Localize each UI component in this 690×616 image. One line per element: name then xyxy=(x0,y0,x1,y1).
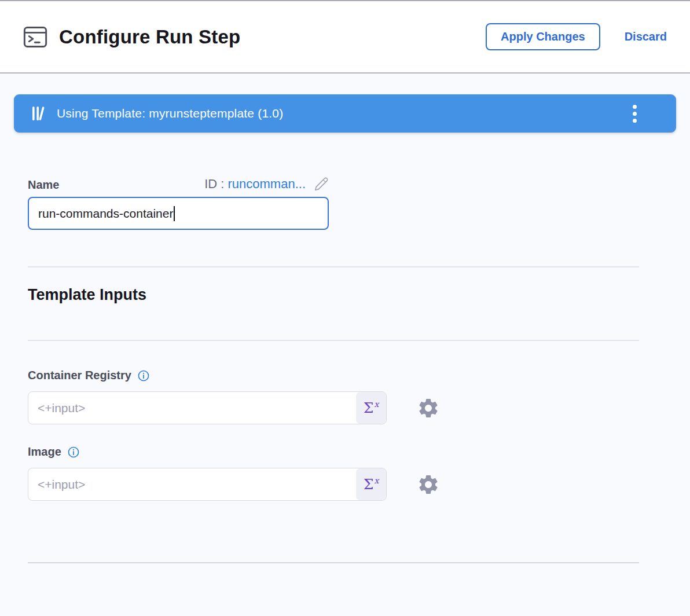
section-divider xyxy=(28,266,639,267)
template-inputs-heading: Template Inputs xyxy=(28,286,662,304)
step-id: ID : runcomman... xyxy=(204,177,306,192)
info-icon[interactable] xyxy=(67,446,80,459)
image-input-shell: Σx xyxy=(28,468,387,501)
name-input-value: run-commands-container xyxy=(38,207,173,221)
section-divider xyxy=(28,340,639,341)
image-field: Image Σx xyxy=(28,445,662,501)
sigma-expression-icon[interactable]: Σx xyxy=(356,468,386,500)
gear-icon[interactable] xyxy=(417,473,440,496)
image-label: Image xyxy=(28,445,61,459)
sigma-expression-icon[interactable]: Σx xyxy=(356,392,386,424)
name-label: Name xyxy=(28,178,59,192)
name-label-row: Name ID : runcomman... xyxy=(28,177,329,192)
container-registry-input[interactable] xyxy=(28,392,356,424)
discard-button[interactable]: Discard xyxy=(625,30,667,43)
image-input[interactable] xyxy=(28,468,356,500)
panel-body: Using Template: myrunsteptemplate (1.0) … xyxy=(0,74,690,563)
info-icon[interactable] xyxy=(137,369,150,382)
title-group: Configure Run Step xyxy=(23,26,240,48)
step-id-value[interactable]: runcomman... xyxy=(228,177,306,191)
banner-text: Using Template: myrunsteptemplate (1.0) xyxy=(57,107,627,120)
using-template-banner: Using Template: myrunsteptemplate (1.0) xyxy=(14,94,676,133)
apply-changes-button[interactable]: Apply Changes xyxy=(486,23,600,50)
kebab-menu-icon[interactable] xyxy=(627,101,643,126)
gear-icon[interactable] xyxy=(417,397,440,420)
text-cursor xyxy=(174,206,175,221)
pencil-edit-icon[interactable] xyxy=(314,177,329,192)
terminal-icon xyxy=(23,26,47,48)
header-actions: Apply Changes Discard xyxy=(486,23,667,50)
bottom-divider xyxy=(28,562,639,563)
step-id-prefix: ID : xyxy=(204,177,224,191)
template-library-icon xyxy=(31,105,46,122)
name-input[interactable]: run-commands-container xyxy=(28,197,329,230)
container-registry-field: Container Registry Σx xyxy=(28,369,662,424)
panel-header: Configure Run Step Apply Changes Discard xyxy=(0,1,690,74)
container-registry-label: Container Registry xyxy=(28,369,131,382)
page-title: Configure Run Step xyxy=(59,26,240,48)
step-id-group: ID : runcomman... xyxy=(204,177,329,192)
container-registry-input-shell: Σx xyxy=(28,391,387,424)
step-form: Name ID : runcomman... run-commands-cont… xyxy=(14,177,676,563)
